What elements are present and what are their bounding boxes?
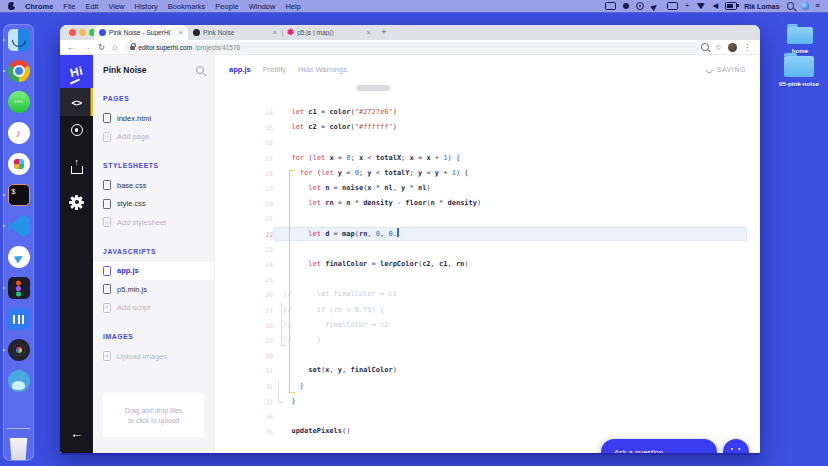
browser-tab[interactable]: Pink Noise - SuperHi× <box>94 25 188 40</box>
code-line[interactable]: 19 let n = noise(x * nl, y * nl) <box>215 181 760 196</box>
display-icon[interactable] <box>667 2 678 11</box>
ask-question-button[interactable]: Ask a question <box>601 439 717 453</box>
code-line[interactable]: 14 let c1 = color("#2727e6") <box>215 105 760 120</box>
menu-bookmarks[interactable]: Bookmarks <box>168 2 206 11</box>
dock-pokemon-icon[interactable] <box>8 370 30 392</box>
dock-vscode-icon[interactable] <box>8 215 30 237</box>
tab-close-icon[interactable]: × <box>273 28 277 37</box>
code-line[interactable]: 23 <box>215 242 760 257</box>
code-line[interactable]: 16 <box>215 135 760 150</box>
search-icon[interactable] <box>196 66 205 75</box>
prettify-button[interactable]: Prettify <box>263 65 286 74</box>
code-line[interactable]: 32 } <box>215 379 760 394</box>
volume-icon[interactable]: ◀ <box>712 2 718 10</box>
menu-view[interactable]: View <box>108 2 124 11</box>
dock-chrome-icon[interactable] <box>8 60 30 82</box>
dock-messages-icon[interactable] <box>8 91 30 113</box>
file-item-style.css[interactable]: style.css <box>93 195 214 214</box>
zoom-search-icon[interactable] <box>701 43 709 51</box>
code-line[interactable]: 28// finalColor = c2 <box>215 318 760 333</box>
dock-figma-icon[interactable] <box>8 277 30 299</box>
hide-warnings-button[interactable]: Hide Warnings <box>298 65 347 74</box>
code-area[interactable]: 14 let c1 = color("#2727e6")15 let c2 = … <box>215 84 760 453</box>
forward-icon[interactable]: → <box>83 43 92 52</box>
code-line[interactable]: 31 set(x, y, finalColor) <box>215 363 760 378</box>
menu-file[interactable]: File <box>63 2 75 11</box>
code-line[interactable]: 18 for (let y = 0; y < totalY; y = y + 1… <box>215 166 760 181</box>
search-icon[interactable] <box>787 2 795 10</box>
add-item-add-stylesheet[interactable]: Add stylesheet <box>93 213 214 232</box>
tab-close-icon[interactable]: × <box>179 28 183 37</box>
siri-icon[interactable] <box>801 2 809 10</box>
upload-dropzone[interactable]: Drag and drop files or click to upload <box>103 393 204 437</box>
keyhole-icon[interactable] <box>636 2 644 10</box>
menu-username[interactable]: Rik Lomas <box>744 3 779 10</box>
menu-window[interactable]: Window <box>249 2 276 11</box>
window-minimize-button[interactable] <box>79 29 86 36</box>
code-line[interactable]: 29// } <box>215 333 760 348</box>
menu-people[interactable]: People <box>215 2 238 11</box>
code-line[interactable]: 30 <box>215 348 760 363</box>
dock-terminal-icon[interactable] <box>8 184 30 206</box>
circle-status-icon[interactable] <box>623 3 630 10</box>
file-item-app.js[interactable]: app.js <box>93 262 214 281</box>
screen-record-icon[interactable] <box>605 2 616 11</box>
rail-code-tab[interactable]: <> <box>60 88 93 116</box>
code-line[interactable]: 22 let d = map(rn, 0, 0. <box>215 227 760 242</box>
profile-avatar[interactable] <box>728 43 737 52</box>
dock-trash-icon[interactable] <box>8 438 30 460</box>
code-line[interactable]: 24 let finalColor = lerpColor(c2, c1, rn… <box>215 257 760 272</box>
dock-screenflow-icon[interactable] <box>8 339 30 361</box>
open-file-tab[interactable]: app.js <box>229 65 251 74</box>
battery-icon[interactable] <box>725 2 737 10</box>
dock-finder-icon[interactable] <box>8 29 30 51</box>
desktop-folder-05-pink-noise[interactable]: 05-pink-noise <box>779 56 819 87</box>
code-line[interactable]: 33 } <box>215 394 760 409</box>
dock-slack-icon[interactable] <box>8 153 30 175</box>
file-item-p5.min.js[interactable]: p5.min.js <box>93 280 214 299</box>
menu-help[interactable]: Help <box>285 2 300 11</box>
menu-edit[interactable]: Edit <box>85 2 98 11</box>
address-bar[interactable]: editor.superhi.com/projects/41576 <box>124 42 701 53</box>
browser-tab[interactable]: Pink Noise× <box>188 25 282 40</box>
add-item-upload-images[interactable]: Upload images <box>93 347 214 366</box>
control-center-icon[interactable]: ≡ <box>816 2 820 10</box>
superhi-logo[interactable]: Hi <box>60 55 93 88</box>
browser-tab[interactable]: ✱p5.js | map()× <box>282 25 376 40</box>
smiley-chat-button[interactable] <box>723 439 749 453</box>
rail-settings-tab[interactable] <box>60 191 93 213</box>
menu-history[interactable]: History <box>135 2 158 11</box>
code-line[interactable]: 15 let c2 = color("#ffffff") <box>215 120 760 135</box>
code-line[interactable]: 35 updatePixels() <box>215 424 760 439</box>
file-item-index.html[interactable]: index.html <box>93 109 214 128</box>
code-line[interactable]: 17 for (let x = 0; x < totalX; x = x + 1… <box>215 151 760 166</box>
file-item-base.css[interactable]: base.css <box>93 176 214 195</box>
bookmark-star-icon[interactable]: ☆ <box>715 43 722 52</box>
back-arrow-icon[interactable]: ← <box>60 421 93 445</box>
desktop-folder-home[interactable]: home <box>787 27 813 54</box>
location-icon[interactable] <box>650 1 661 11</box>
code-line[interactable]: 21 <box>215 211 760 226</box>
code-line[interactable]: 25 <box>215 272 760 287</box>
dock-music-icon[interactable] <box>8 122 30 144</box>
code-line[interactable]: 20 let rn = n * density - floor(n * dens… <box>215 196 760 211</box>
back-icon[interactable]: ← <box>67 43 76 52</box>
menu-chrome[interactable]: Chrome <box>25 2 53 11</box>
reload-icon[interactable]: ↻ <box>98 43 105 52</box>
code-line[interactable]: 26// let finalColor = c1 <box>215 287 760 302</box>
apple-menu-icon[interactable] <box>8 2 15 10</box>
code-line[interactable]: 27// if (rn > 0.75) { <box>215 303 760 318</box>
tab-close-icon[interactable]: × <box>367 28 371 37</box>
window-close-button[interactable] <box>69 29 76 36</box>
dock-intercom-icon[interactable] <box>8 308 30 330</box>
home-icon[interactable]: ⌂ <box>112 43 117 52</box>
rail-share-tab[interactable] <box>60 155 93 177</box>
new-tab-button[interactable]: + <box>376 25 392 40</box>
add-item-add-page[interactable]: Add page <box>93 128 214 147</box>
rail-preview-tab[interactable] <box>60 116 93 144</box>
add-item-add-script[interactable]: Add script <box>93 299 214 318</box>
dock-airmail-icon[interactable] <box>8 246 30 268</box>
code-line[interactable]: 34 <box>215 409 760 424</box>
more-menu-icon[interactable]: ⋮ <box>743 43 751 52</box>
wifi-icon[interactable] <box>696 3 705 10</box>
